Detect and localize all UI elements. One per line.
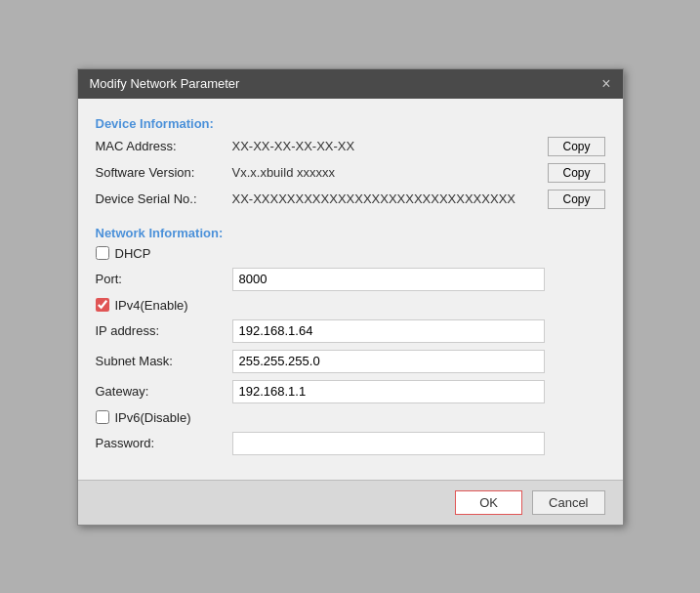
- port-row: Port:: [96, 268, 605, 291]
- dhcp-label[interactable]: DHCP: [115, 246, 151, 261]
- device-info-section-label: Device Information:: [96, 116, 605, 131]
- serial-label: Device Serial No.:: [96, 191, 232, 206]
- subnet-input[interactable]: [232, 350, 545, 373]
- dialog-footer: OK Cancel: [78, 480, 623, 525]
- ipv6-row: IPv6(Disable): [96, 410, 605, 425]
- close-button[interactable]: ×: [601, 76, 610, 92]
- ipv6-label[interactable]: IPv6(Disable): [115, 410, 191, 425]
- software-label: Software Version:: [96, 165, 232, 180]
- ip-address-row: IP address:: [96, 319, 605, 343]
- serial-copy-button[interactable]: Copy: [548, 190, 604, 209]
- mac-value: XX-XX-XX-XX-XX-XX: [232, 139, 549, 153]
- port-label: Port:: [96, 272, 232, 286]
- mac-copy-button[interactable]: Copy: [548, 137, 604, 156]
- subnet-label: Subnet Mask:: [96, 354, 232, 368]
- ip-input[interactable]: [232, 319, 545, 343]
- ipv4-label[interactable]: IPv4(Enable): [115, 298, 188, 313]
- gateway-input[interactable]: [232, 380, 545, 403]
- serial-value: XX-XXXXXXXXXXXXXXXXXXXXXXXXXXXXXXX: [232, 191, 549, 206]
- dialog-content: Device Information: MAC Address: XX-XX-X…: [78, 99, 623, 472]
- gateway-label: Gateway:: [96, 384, 232, 399]
- gateway-row: Gateway:: [96, 380, 605, 403]
- password-input[interactable]: [232, 432, 545, 455]
- network-info-section-label: Network Information:: [96, 226, 605, 240]
- ipv4-row: IPv4(Enable): [96, 298, 605, 313]
- password-label: Password:: [96, 436, 232, 450]
- cancel-button[interactable]: Cancel: [532, 490, 604, 515]
- port-input[interactable]: [232, 268, 545, 291]
- serial-row: Device Serial No.: XX-XXXXXXXXXXXXXXXXXX…: [96, 190, 605, 209]
- software-version-row: Software Version: Vx.x.xbuild xxxxxx Cop…: [96, 163, 605, 183]
- mac-address-row: MAC Address: XX-XX-XX-XX-XX-XX Copy: [96, 137, 605, 156]
- software-copy-button[interactable]: Copy: [548, 163, 604, 183]
- dialog-title: Modify Network Parameter: [90, 76, 240, 91]
- mac-label: MAC Address:: [96, 139, 232, 153]
- password-row: Password:: [96, 432, 605, 455]
- dhcp-row: DHCP: [96, 246, 605, 261]
- ip-label: IP address:: [96, 323, 232, 338]
- subnet-row: Subnet Mask:: [96, 350, 605, 373]
- dhcp-checkbox[interactable]: [96, 246, 109, 260]
- ipv4-checkbox[interactable]: [96, 298, 109, 312]
- ok-button[interactable]: OK: [455, 490, 522, 515]
- software-value: Vx.x.xbuild xxxxxx: [232, 165, 549, 180]
- title-bar: Modify Network Parameter ×: [78, 69, 623, 99]
- ipv6-checkbox[interactable]: [96, 410, 109, 424]
- modify-network-dialog: Modify Network Parameter × Device Inform…: [77, 68, 624, 526]
